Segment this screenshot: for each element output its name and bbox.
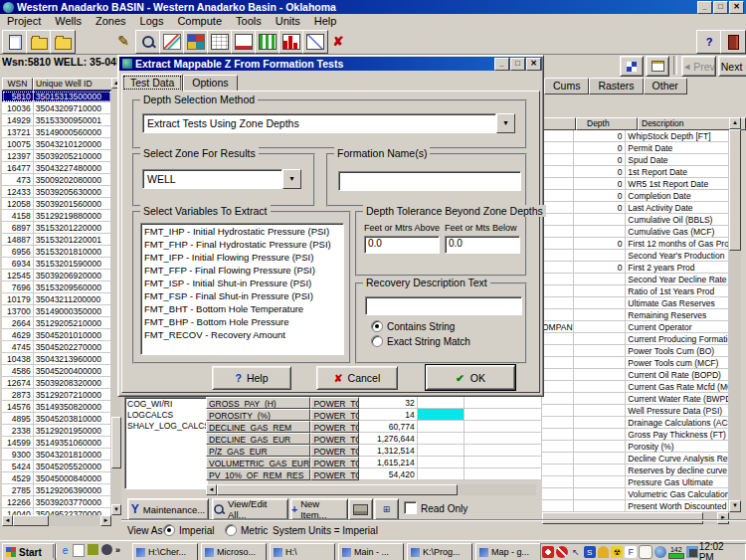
import-project-button[interactable] [50,30,76,54]
document-icon[interactable] [73,544,85,557]
calc-row[interactable]: DECLINE_GAS_REMPOWER_TO60,774 [206,421,542,433]
scroll-thumb[interactable] [217,484,458,495]
calc-row[interactable]: P/Z_GAS_EURPOWER_TO1,312,514 [206,445,542,457]
well-row[interactable]: 1492935153300950001 [2,114,111,126]
zone-row[interactable]: 01st Report Date [542,166,729,178]
well-row[interactable]: 266435129205210000 [2,317,111,329]
print-button[interactable] [348,498,373,520]
zone-select[interactable]: WELL ▼ [142,169,301,189]
help-toolbar-button[interactable]: ? [696,30,722,54]
zone-row[interactable]: Cumulative Oil (BBLS) [542,214,729,226]
view-edit-all-button[interactable]: View/Edit All... [212,498,288,520]
task-button[interactable]: H:\ [270,543,335,560]
well-row[interactable]: 689735153201220000 [2,222,111,234]
scroll-down-icon[interactable]: ▼ [111,504,121,515]
calc-row[interactable]: GROSS_PAY_(H)POWER_TO32 [206,397,542,409]
zone-tab[interactable]: Rasters [589,78,643,94]
green-app-icon[interactable] [88,544,98,555]
well-row[interactable]: 1488735153201220001 [2,234,111,246]
computer-icon[interactable] [686,546,698,558]
tab-test-data[interactable]: Test Data [121,74,183,92]
zone-row[interactable]: 0First 12 months of Gas Produc [542,238,729,250]
read-only-checkbox[interactable] [404,501,417,514]
col-header-value[interactable] [542,117,576,130]
variable-item[interactable]: FMT_IHP - Initial Hydrostatic Pressure (… [144,225,343,238]
variable-item[interactable]: FMT_BHP - Bottom Hole Pressure [144,315,343,328]
zone-row[interactable]: Current Oil Rate (BOPD) [542,369,729,381]
link-wells-button[interactable] [620,56,644,77]
zone-row[interactable]: Second Year's Production [542,250,729,262]
histogram-button[interactable] [279,30,304,54]
dialog-minimize-button[interactable]: _ [494,58,509,71]
calc-list-item[interactable]: COG_WI/RI [127,399,207,410]
task-button[interactable]: Main - ... [338,543,404,560]
well-row[interactable]: 930035043201810000 [2,449,111,461]
variable-item[interactable]: FMT_FHP - Final Hydrostatic Pressure (PS… [144,238,343,251]
zone-row[interactable]: 0Last Activity Date [542,202,729,214]
chart-green-button[interactable] [255,30,280,54]
cancel-button[interactable]: ✘Cancel [316,366,398,390]
internet-explorer-icon[interactable]: e [59,544,72,557]
well-row[interactable]: 474535045202270000 [2,341,111,353]
well-row[interactable]: 1017935043211200000 [2,293,111,305]
zone-row[interactable]: Gross Pay Thickness (FT) [542,429,729,441]
keys-icon[interactable] [598,546,610,558]
calc-row[interactable]: DECLINE_GAS_EURPOWER_TO1,276,644 [206,433,542,445]
zone-row[interactable]: Current Gas Rate Mcfd (MCF [542,381,729,393]
zone-row[interactable]: Ultimate Gas Reserves [542,297,729,309]
spreadsheet-button[interactable] [207,30,233,54]
col-header-id[interactable]: Unique Well ID [33,78,112,91]
prev-button[interactable]: ◄Prev [681,56,716,77]
below-input[interactable]: 0.0 [445,236,520,254]
zone-row[interactable]: Reserves by decline curve ar [542,465,729,476]
variable-item[interactable]: FMT_IFP - Initial Flowing Pressure (PSI) [144,251,343,264]
zoom-tool-button[interactable] [135,30,161,54]
zone-row[interactable]: Second Year Decline Rate [542,274,729,285]
zone-vscrollbar[interactable]: ▲ ▼ [729,117,741,512]
lifebuoy-icon[interactable] [542,546,554,558]
zone-row[interactable]: Remaining Reserves [542,309,729,321]
well-row[interactable]: 233835129201950000 [2,425,111,437]
zone-row[interactable]: Power Tools cum (MCF) [542,357,729,369]
well-row[interactable]: 1043835043213960000 [2,353,111,365]
well-row[interactable]: 278535129206390000 [2,484,111,496]
variable-item[interactable]: FMT_FFP - Final Flowing Pressure (PSI) [144,264,343,277]
calc-row[interactable]: VOLUMETRIC_GAS_EURPOWER_TO1,615,214 [206,457,542,468]
recovery-input[interactable] [365,296,522,315]
well-row[interactable]: 462935045201010000 [2,329,111,341]
exit-button[interactable] [720,30,746,54]
variable-item[interactable]: FMT_RECOV - Recovery Amount [144,328,343,341]
zone-row[interactable]: Power Tools Cum (BO) [542,345,729,357]
scroll-up-icon[interactable]: ▲ [729,117,741,129]
well-row[interactable]: 1404035049522370000 [2,508,111,515]
zone-row[interactable]: 0Spud Date [542,154,729,166]
well-row[interactable]: 542435045205520000 [2,461,111,472]
zone-row[interactable]: 0First 2 years Prod [542,262,729,274]
col-header-depth[interactable]: Depth [576,117,638,130]
chevron-more-icon[interactable]: » [115,545,120,555]
maintenance-button[interactable]: YMaintenance... [127,498,209,520]
well-row[interactable]: 581035015313500000 [2,91,111,102]
pointer-icon[interactable]: ↖ [570,546,582,558]
variable-item[interactable]: FMT_BHT - Bottom Hole Temperature [144,302,343,315]
zone-row[interactable]: 0Completion Date [542,190,729,202]
hand-icon[interactable] [639,545,653,559]
well-row[interactable]: 769635153209560000 [2,281,111,293]
well-row[interactable]: 1372135149000560000 [2,126,111,138]
imperial-radio[interactable] [163,524,175,536]
scroll-thumb[interactable] [111,417,121,468]
calc-list-item[interactable]: LOGCALCS [127,410,207,421]
exact-radio[interactable] [371,335,383,347]
depth-method-select[interactable]: Extract Tests Using Zone Depths ▼ [142,113,515,133]
well-row[interactable]: 1254535039206920000 [2,270,111,281]
well-row[interactable]: 1243335039205630000 [2,186,111,198]
minimize-button[interactable]: _ [697,1,712,14]
no-entry-icon[interactable] [556,546,568,558]
well-row[interactable]: 1459935149351060000 [2,437,111,449]
well-row[interactable]: 1205835039201560000 [2,198,111,210]
well-row[interactable]: 287335129207210000 [2,389,111,401]
scroll-left-icon[interactable]: ◄ [206,484,217,495]
calc-hscrollbar[interactable]: ◄ [206,484,536,495]
variable-item[interactable]: FMT_ISP - Initial Shut-in Pressure (PSI) [144,277,343,289]
zone-row[interactable]: Current Producing Formation [542,333,729,345]
